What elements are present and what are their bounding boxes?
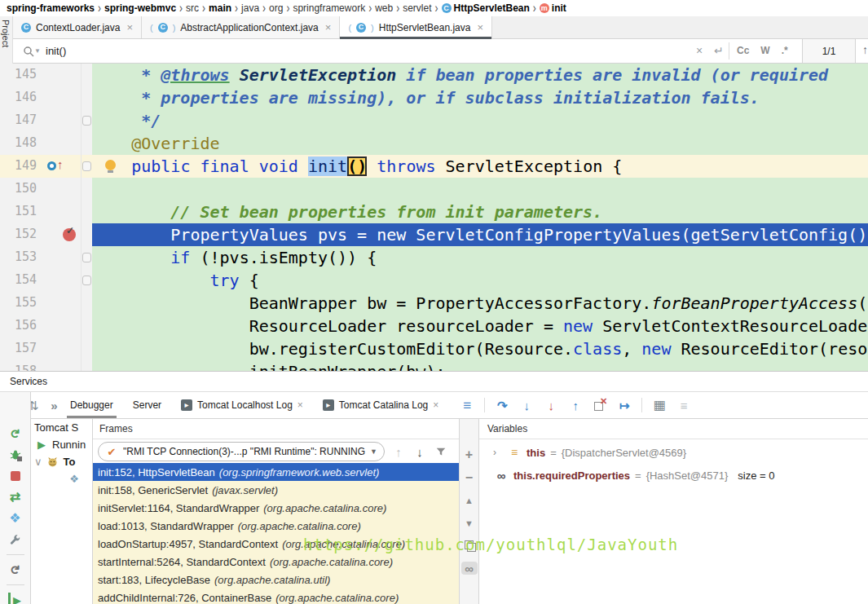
- search-input[interactable]: init(): [46, 45, 66, 57]
- close-icon[interactable]: ×: [696, 44, 703, 57]
- tab-server[interactable]: Server: [123, 392, 171, 418]
- code-cell[interactable]: // Set bean properties from init paramet…: [92, 201, 868, 223]
- tab-debugger[interactable]: Debugger: [60, 392, 123, 418]
- fold-strip[interactable]: [81, 201, 92, 223]
- editor-gutter[interactable]: 149: [0, 155, 81, 178]
- tab-tomcat-localhost-log[interactable]: ▸Tomcat Localhost Log×: [171, 392, 313, 418]
- fold-strip[interactable]: [81, 178, 92, 201]
- breadcrumb-item-HttpServletBean[interactable]: CHttpServletBean: [442, 2, 530, 14]
- fold-strip[interactable]: [81, 109, 92, 132]
- breadcrumb-item-web[interactable]: web: [375, 2, 393, 14]
- code-editor[interactable]: 145 * @throws ServletException if bean p…: [0, 64, 868, 371]
- tree-row-2[interactable]: ∨To: [31, 453, 92, 470]
- breadcrumb-item-main[interactable]: main: [209, 2, 231, 14]
- editor-gutter[interactable]: 154: [0, 269, 81, 292]
- editor-gutter[interactable]: 151: [0, 201, 81, 223]
- show-watches-icon[interactable]: ∞: [461, 562, 478, 575]
- code-cell[interactable]: BeanWrapper bw = PropertyAccessorFactory…: [92, 292, 868, 315]
- tree-row-1[interactable]: ▶Runnin: [31, 436, 92, 453]
- editor-gutter[interactable]: 148: [0, 132, 81, 155]
- fold-strip[interactable]: [81, 269, 92, 292]
- play-icon[interactable]: ▶: [8, 593, 23, 604]
- code-line-149[interactable]: 149↑ public final void init() throws Ser…: [0, 155, 868, 178]
- editor-gutter[interactable]: 155: [0, 292, 81, 315]
- breadcrumb-item-org[interactable]: org: [269, 2, 283, 14]
- code-cell[interactable]: * properties are missing), or if subclas…: [92, 86, 868, 109]
- code-cell[interactable]: try {: [92, 269, 868, 292]
- code-line-145[interactable]: 145 * @throws ServletException if bean p…: [0, 64, 868, 86]
- code-line-152[interactable]: 152 PropertyValues pvs = new ServletConf…: [0, 223, 868, 246]
- editor-gutter[interactable]: 158: [0, 360, 81, 371]
- frame-row[interactable]: addChildInternal:726, ContainerBase(org.…: [93, 589, 459, 604]
- tab-ContextLoader.java[interactable]: CContextLoader.java×: [13, 16, 142, 38]
- services-tree[interactable]: Tomcat S▶Runnin∨To❖: [31, 419, 92, 604]
- step-over-icon[interactable]: ↷: [495, 398, 509, 412]
- breadcrumb-item-spring-frameworks[interactable]: spring-frameworks: [7, 2, 95, 14]
- project-toolwindow-stripe[interactable]: Project: [0, 16, 13, 64]
- editor-gutter[interactable]: 146: [0, 86, 81, 109]
- intention-lightbulb-icon[interactable]: [105, 160, 116, 170]
- variable-row-0[interactable]: ›≡this={DispatcherServlet@4569}: [479, 443, 868, 462]
- copy-stack-icon[interactable]: [462, 539, 477, 553]
- code-cell[interactable]: */: [92, 109, 868, 132]
- filter-icon[interactable]: [434, 444, 448, 459]
- fold-strip[interactable]: [81, 132, 92, 155]
- search-bar[interactable]: ▼ init() × ↵ CcW.* 1/1 ↑: [13, 39, 868, 64]
- search-toggle-W[interactable]: W: [760, 45, 769, 56]
- frame-row[interactable]: start:183, LifecycleBase(org.apache.cata…: [93, 571, 459, 589]
- refresh-icon[interactable]: ↻: [8, 562, 23, 577]
- move-down-icon[interactable]: ▼: [462, 516, 477, 531]
- breadcrumb-item-spring-webmvc[interactable]: spring-webmvc: [104, 2, 176, 14]
- close-icon[interactable]: ×: [433, 399, 438, 411]
- close-icon[interactable]: ×: [325, 21, 332, 33]
- code-cell[interactable]: if (!pvs.isEmpty()) {: [92, 246, 868, 269]
- update-app-icon[interactable]: ❖: [8, 511, 23, 526]
- wrench-icon[interactable]: [8, 532, 23, 547]
- previous-occurrence-icon[interactable]: ↑: [862, 43, 868, 56]
- editor-gutter[interactable]: 147: [0, 109, 81, 132]
- fold-marker-icon[interactable]: [82, 161, 91, 171]
- fold-strip[interactable]: [81, 223, 92, 246]
- search-toggle-.*[interactable]: .*: [782, 45, 788, 56]
- fold-strip[interactable]: [81, 246, 92, 269]
- override-marker-icon[interactable]: [47, 161, 56, 170]
- frame-row[interactable]: load:1013, StandardWrapper(org.apache.ca…: [93, 517, 459, 535]
- tree-row-3[interactable]: ❖: [31, 470, 92, 487]
- close-icon[interactable]: ×: [297, 399, 303, 411]
- down-icon[interactable]: ↓: [412, 444, 427, 459]
- fold-strip[interactable]: [81, 315, 92, 337]
- evaluate-icon[interactable]: ▦: [652, 398, 667, 412]
- frame-row[interactable]: loadOnStartup:4957, StandardContext(org.…: [93, 535, 459, 553]
- close-icon[interactable]: ×: [477, 21, 483, 33]
- fold-marker-icon[interactable]: [82, 276, 91, 285]
- fold-strip[interactable]: [81, 337, 92, 360]
- editor-gutter[interactable]: 153: [0, 246, 81, 269]
- editor-gutter[interactable]: 145: [0, 64, 81, 86]
- code-cell[interactable]: [92, 178, 868, 201]
- frame-row[interactable]: startInternal:5264, StandardContext(org.…: [93, 553, 459, 571]
- force-step-into-icon[interactable]: ↓: [544, 398, 558, 412]
- fold-strip[interactable]: [81, 292, 92, 315]
- fold-marker-icon[interactable]: [82, 253, 91, 262]
- frame-row[interactable]: initServlet:1164, StandardWrapper(org.ap…: [93, 499, 459, 517]
- step-out-icon[interactable]: ↑: [568, 398, 583, 412]
- frame-row[interactable]: init:158, GenericServlet(javax.servlet): [93, 481, 459, 499]
- code-cell[interactable]: initBeanWrapper(bw);: [92, 360, 868, 371]
- search-mode-caret-icon[interactable]: ▼: [34, 47, 41, 55]
- stop-icon[interactable]: [8, 469, 23, 483]
- breadcrumb-item-java[interactable]: java: [241, 2, 259, 14]
- remove-icon[interactable]: −: [462, 470, 477, 485]
- code-line-153[interactable]: 153 if (!pvs.isEmpty()) {: [0, 246, 868, 269]
- code-cell[interactable]: @Override: [92, 132, 868, 155]
- up-icon[interactable]: ↑: [391, 444, 406, 459]
- code-line-148[interactable]: 148 @Override: [0, 132, 868, 155]
- step-into-icon[interactable]: ↓: [519, 398, 534, 412]
- tab-HttpServletBean.java[interactable]: (C)HttpServletBean.java×: [340, 16, 492, 38]
- layout-icon[interactable]: ≡: [676, 398, 691, 412]
- breadcrumb-item-servlet[interactable]: servlet: [403, 2, 431, 14]
- editor-gutter[interactable]: 156: [0, 315, 81, 337]
- move-up-icon[interactable]: ▲: [462, 493, 477, 508]
- code-line-151[interactable]: 151 // Set bean properties from init par…: [0, 201, 868, 223]
- code-cell[interactable]: PropertyValues pvs = new ServletConfigPr…: [92, 223, 868, 246]
- variable-row-1[interactable]: ∞this.requiredProperties={HashSet@4571}s…: [479, 465, 868, 485]
